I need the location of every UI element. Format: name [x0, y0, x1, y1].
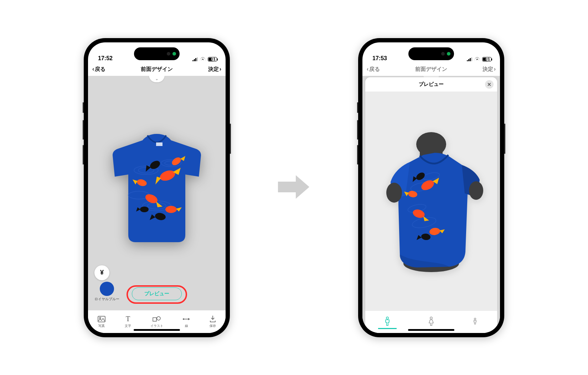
svg-point-38 — [430, 317, 432, 319]
chevron-left-icon: ‹ — [367, 66, 368, 72]
nav-bar: ‹ 戻る 前面デザイン 決定 › — [362, 63, 500, 76]
home-indicator[interactable] — [408, 329, 454, 331]
close-button[interactable]: ✕ — [485, 80, 494, 89]
tool-photo[interactable]: 写真 — [98, 315, 105, 328]
expand-handle[interactable]: ⌄ — [149, 76, 165, 82]
back-button[interactable]: ‹ 戻る — [92, 66, 105, 73]
home-indicator[interactable] — [134, 329, 180, 331]
price-button[interactable]: ¥ — [94, 265, 109, 280]
phone-side-button — [357, 120, 358, 140]
svg-rect-18 — [153, 318, 156, 321]
person-female-icon — [428, 317, 435, 326]
sheet-title: プレビュー — [419, 81, 444, 88]
chevron-right-icon: › — [494, 66, 496, 72]
wifi-icon — [474, 57, 480, 61]
nav-bar: ‹ 戻る 前面デザイン 決定 › — [88, 63, 226, 76]
sheet-header: プレビュー ✕ — [365, 77, 497, 92]
preview-button[interactable]: プレビュー — [132, 287, 182, 300]
tool-label: イラスト — [150, 324, 163, 328]
color-swatch[interactable]: ロイヤルブルー — [94, 282, 119, 302]
signal-icon — [192, 57, 198, 61]
done-button[interactable]: 決定 › — [208, 66, 221, 73]
line-icon — [182, 315, 190, 323]
svg-point-20 — [183, 318, 184, 320]
tool-save[interactable]: 保存 — [210, 315, 216, 328]
phone-right: 17:53 61 ‹ 戻る 前面デザイン 決定 › ⌄ — [358, 38, 504, 337]
transition-arrow-icon — [276, 173, 312, 203]
svg-point-39 — [474, 318, 476, 320]
battery-pct: 61 — [211, 57, 216, 61]
phone-side-button — [83, 120, 84, 140]
design-canvas: ⌄ プレビュー ✕ — [362, 76, 500, 333]
body-tab-female[interactable] — [422, 314, 440, 329]
page-title: 前面デザイン — [415, 66, 447, 73]
photo-icon — [98, 315, 105, 323]
tool-label: 文字 — [125, 324, 131, 328]
phone-left: 17:52 61 ‹ 戻る 前面デザイン 決定 › ⌄ — [84, 38, 230, 337]
chevron-down-icon: ⌄ — [155, 76, 159, 81]
swatch-dot — [100, 282, 114, 296]
dynamic-island — [408, 47, 454, 60]
tshirt-flat-preview — [100, 127, 214, 249]
chevron-right-icon: › — [220, 66, 221, 72]
person-child-icon — [472, 318, 478, 325]
chevron-left-icon: ‹ — [92, 66, 94, 72]
back-label: 戻る — [369, 66, 380, 73]
svg-rect-0 — [156, 142, 163, 146]
tshirt-3d-preview — [378, 123, 485, 280]
signal-icon — [467, 57, 472, 61]
person-male-icon — [384, 317, 391, 326]
body-tab-male[interactable] — [378, 314, 397, 329]
wifi-icon — [200, 57, 206, 61]
phone-side-button — [83, 102, 84, 113]
svg-point-17 — [99, 317, 101, 319]
back-button[interactable]: ‹ 戻る — [367, 66, 380, 73]
svg-point-25 — [386, 183, 402, 203]
phone-side-button — [357, 145, 358, 165]
tool-illustration[interactable]: イラスト — [150, 315, 163, 328]
back-label: 戻る — [95, 66, 105, 73]
status-time: 17:52 — [98, 55, 113, 62]
done-button[interactable]: 決定 › — [483, 66, 496, 73]
svg-rect-16 — [98, 316, 105, 322]
done-label: 決定 — [208, 66, 219, 73]
svg-point-10 — [165, 206, 177, 213]
close-icon: ✕ — [487, 82, 491, 87]
phone-side-button — [230, 124, 231, 154]
download-icon — [210, 315, 216, 323]
text-icon: T — [126, 315, 130, 323]
preview-viewport[interactable] — [365, 92, 497, 311]
tool-label: 保存 — [210, 324, 216, 328]
svg-point-37 — [386, 317, 388, 319]
done-label: 決定 — [483, 66, 493, 73]
shapes-icon — [153, 315, 161, 323]
svg-point-26 — [469, 181, 483, 200]
tool-line[interactable]: 線 — [182, 315, 190, 328]
tool-label: 線 — [185, 324, 188, 328]
preview-sheet: プレビュー ✕ — [365, 77, 497, 311]
body-tab-child[interactable] — [466, 314, 484, 329]
yen-icon: ¥ — [100, 269, 104, 276]
svg-point-15 — [140, 207, 149, 212]
status-time: 17:53 — [372, 55, 387, 62]
phone-side-button — [504, 124, 505, 154]
design-canvas[interactable]: ⌄ — [88, 76, 226, 310]
battery-pct: 61 — [486, 57, 490, 61]
phone-side-button — [357, 102, 358, 113]
page-title: 前面デザイン — [141, 66, 173, 73]
tool-text[interactable]: T 文字 — [125, 315, 131, 328]
svg-point-19 — [157, 317, 160, 320]
swatch-label: ロイヤルブルー — [94, 297, 119, 302]
dynamic-island — [134, 47, 180, 60]
phone-side-button — [83, 145, 84, 165]
tool-label: 写真 — [98, 324, 105, 328]
